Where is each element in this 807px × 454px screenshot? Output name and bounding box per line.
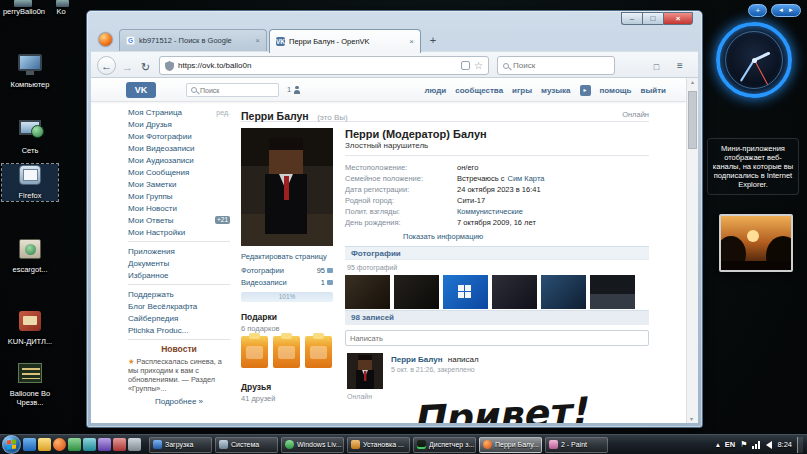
post-date[interactable]: 5 окт. в 21:26, закреплено <box>391 366 475 373</box>
desktop-icon-network[interactable]: Сеть <box>2 118 58 156</box>
sidebar-item-audios[interactable]: Мои Аудиозаписи <box>128 154 230 166</box>
start-button[interactable] <box>2 435 21 454</box>
url-input[interactable] <box>178 61 457 70</box>
tab-google-search[interactable]: G kb971512 - Поиск в Google × <box>119 29 267 51</box>
sidebar-item-groups[interactable]: Мои Группы <box>128 190 230 202</box>
quick-launch-messenger-icon[interactable] <box>68 438 81 451</box>
new-tab-button[interactable]: + <box>425 33 441 49</box>
sidebar-item-answers[interactable]: Мои Ответы+21 <box>128 214 230 226</box>
nav-music[interactable]: музыка <box>541 86 570 95</box>
sidebar-toggle-icon[interactable]: □ <box>649 58 664 73</box>
feed-gadget[interactable]: Мини-приложения отображает веб-каналы, н… <box>707 138 799 195</box>
desktop-icon-computer[interactable]: Компьютер <box>2 54 58 90</box>
scroll-down-arrow[interactable]: ▾ <box>690 415 693 422</box>
wall-write-input[interactable] <box>345 330 649 346</box>
tab-openvk[interactable]: VK Перри Балун - OpenVK × <box>269 29 421 53</box>
bookmark-star-icon[interactable]: ☆ <box>474 61 483 70</box>
profile-avatar-image[interactable] <box>241 128 333 246</box>
photo-thumbnail[interactable] <box>590 275 635 309</box>
post-image-handwriting[interactable]: Привет! <box>409 391 633 423</box>
task-button-windows-live[interactable]: Windows Liv... <box>281 437 344 453</box>
nav-groups[interactable]: сообщества <box>455 86 503 95</box>
nav-help[interactable]: помощь <box>600 86 632 95</box>
desktop-icon-firefox[interactable]: Firefox <box>2 164 58 201</box>
nav-people[interactable]: люди <box>424 86 446 95</box>
profile-status[interactable]: Злостный нарушитель <box>345 141 428 150</box>
tab-close-icon[interactable]: × <box>409 37 414 46</box>
post-author-link[interactable]: Перри Балун <box>391 355 443 364</box>
desktop-icon-ko[interactable]: Ko <box>46 8 76 17</box>
photo-thumbnail[interactable] <box>345 275 390 309</box>
quick-launch-media-icon[interactable] <box>83 438 96 451</box>
quick-launch-app3-icon[interactable] <box>128 438 141 451</box>
wall-posts-count-header[interactable]: 98 записей <box>345 310 649 325</box>
vk-logo[interactable]: VK <box>126 82 156 98</box>
show-desktop-button[interactable] <box>797 437 803 453</box>
tab-close-icon[interactable]: × <box>255 36 260 45</box>
task-button-paint[interactable]: 2 - Paint <box>545 437 608 453</box>
clock-gadget[interactable] <box>716 22 792 98</box>
gadget-pager-buttons[interactable]: ◄ ► <box>771 4 801 17</box>
sidebar-item-ptichka[interactable]: Ptichka Produc... <box>128 324 230 336</box>
sidebar-item-messages[interactable]: Мои Сообщения <box>128 166 230 178</box>
sidebar-item-documents[interactable]: Документы <box>128 257 230 269</box>
sidebar-item-my-page[interactable]: Моя Страницаред. <box>128 106 230 118</box>
task-button-task-manager[interactable]: Диспетчер з... <box>413 437 476 453</box>
desktop-icon-balloone[interactable]: Balloone Bo Чрезв... <box>2 362 58 407</box>
vertical-scrollbar[interactable]: ▴ ▾ <box>686 78 698 423</box>
quick-launch-app-icon[interactable] <box>98 438 111 451</box>
network-icon[interactable] <box>752 441 761 449</box>
sidebar-item-friends[interactable]: Мои Друзья <box>128 118 230 130</box>
hidden-icons-arrow[interactable]: ▴ <box>716 440 720 449</box>
gift-item[interactable] <box>241 336 268 368</box>
gadget-add-button[interactable]: + <box>748 4 767 17</box>
scrollbar-thumb[interactable] <box>688 91 697 149</box>
reload-button[interactable]: ↻ <box>138 58 153 73</box>
desktop-icon-kun[interactable]: KUN-ДИТЛ... <box>2 310 58 347</box>
gift-item[interactable] <box>273 336 300 368</box>
post-author-avatar[interactable] <box>347 353 383 389</box>
gift-item[interactable] <box>305 336 332 368</box>
maximize-button[interactable]: □ <box>642 12 663 25</box>
back-button[interactable]: ← <box>97 56 116 75</box>
sidebar-item-news[interactable]: Мои Новости <box>128 202 230 214</box>
videos-count-row[interactable]: Видеозаписи 1 <box>241 278 333 287</box>
political-views-link[interactable]: Коммунистические <box>457 207 523 216</box>
photo-thumbnail[interactable] <box>394 275 439 309</box>
menu-button[interactable]: ≡ <box>672 57 688 73</box>
sidebar-item-donate[interactable]: Поддержать <box>128 288 230 300</box>
browser-search-input[interactable] <box>513 61 609 70</box>
search-bar[interactable] <box>497 56 615 75</box>
quick-launch-firefox-icon[interactable] <box>53 438 66 451</box>
edit-page-link[interactable]: Редактировать страницу <box>241 252 327 261</box>
quick-launch-app2-icon[interactable] <box>113 438 126 451</box>
photo-thumbnail[interactable] <box>492 275 537 309</box>
firefox-icon[interactable] <box>99 33 112 46</box>
friend-requests-counter[interactable]: 1 <box>287 85 300 94</box>
task-button-installer[interactable]: Установка ... <box>347 437 410 453</box>
sidebar-item-cyberpedia[interactable]: Сайберпедия <box>128 312 230 324</box>
vk-search-box[interactable] <box>186 83 279 97</box>
task-button-system[interactable]: Система <box>215 437 278 453</box>
nav-games[interactable]: игры <box>512 86 532 95</box>
show-info-link[interactable]: Показать информацию <box>403 232 483 241</box>
friends-title[interactable]: Друзья <box>241 382 271 392</box>
quick-launch-explorer-icon[interactable] <box>38 438 51 451</box>
volume-icon[interactable] <box>766 441 772 449</box>
scroll-up-arrow[interactable]: ▴ <box>691 79 694 85</box>
desktop-icon-perryballo0n[interactable]: perryBallo0n <box>0 8 50 17</box>
forward-button[interactable]: → <box>120 58 135 73</box>
photo-thumbnail[interactable] <box>443 275 488 309</box>
gifts-title[interactable]: Подарки <box>241 312 277 322</box>
close-button[interactable]: × <box>663 12 693 25</box>
desktop-icon-escargot[interactable]: escargot... <box>2 238 58 275</box>
news-more-link[interactable]: Подробнее » <box>128 397 230 406</box>
sidebar-item-notes[interactable]: Мои Заметки <box>128 178 230 190</box>
sidebar-item-videos[interactable]: Мои Видеозаписи <box>128 142 230 154</box>
url-bar[interactable]: ☆ <box>159 56 489 75</box>
sidebar-item-apps[interactable]: Приложения <box>128 245 230 257</box>
photos-count-row[interactable]: Фотографии 95 <box>241 266 333 275</box>
sidebar-item-favorites[interactable]: Избранное <box>128 269 230 281</box>
language-indicator[interactable]: EN <box>725 440 735 449</box>
task-button-firefox-perry[interactable]: Перри Балу... <box>479 437 542 453</box>
